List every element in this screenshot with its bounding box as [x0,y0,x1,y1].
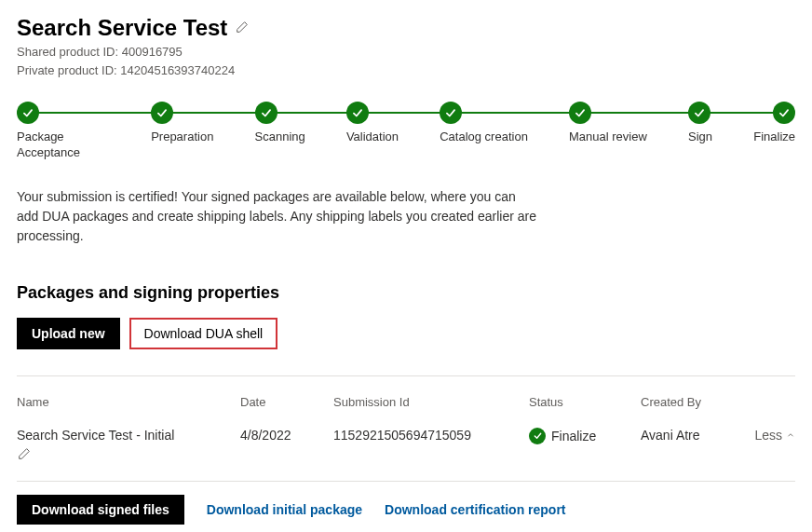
step-validation: Validation [346,102,399,161]
check-icon [346,102,369,124]
check-icon [17,102,39,124]
check-icon [529,428,546,444]
table-header-row: Name Date Submission Id Status Created B… [17,386,795,418]
check-icon [569,102,591,124]
row-expand-toggle[interactable]: Less [752,428,795,443]
edit-row-name-icon[interactable] [17,446,229,464]
header-created-by: Created By [641,395,752,409]
check-icon [151,102,173,124]
edit-title-icon[interactable] [235,20,250,37]
download-initial-package-link[interactable]: Download initial package [207,502,362,517]
download-certification-report-link[interactable]: Download certification report [385,502,565,517]
header-status: Status [529,395,641,409]
download-dua-shell-button[interactable]: Download DUA shell [129,318,278,349]
status-message: Your submission is certified! Your signe… [17,187,538,246]
header-name: Name [17,395,240,409]
shared-product-id: Shared product ID: 400916795 [17,43,795,61]
check-icon [255,102,277,124]
row-name: Search Service Test - Initial [17,428,229,443]
check-icon [688,102,710,124]
step-manual-review: Manual review [569,102,647,161]
progress-tracker: Package Acceptance Preparation Scanning … [17,102,795,161]
table-row: Search Service Test - Initial 4/8/2022 1… [17,418,795,473]
step-scanning: Scanning [255,102,305,161]
row-created-by: Avani Atre [641,428,752,443]
check-icon [440,102,462,124]
download-signed-files-button[interactable]: Download signed files [17,495,184,525]
private-product-id: Private product ID: 14204516393740224 [17,61,795,80]
header-submission: Submission Id [333,395,529,409]
step-catalog-creation: Catalog creation [440,102,528,161]
check-icon [773,102,795,124]
step-sign: Sign [688,102,712,161]
row-submission-id: 1152921505694715059 [333,428,529,443]
packages-table: Name Date Submission Id Status Created B… [17,375,795,525]
chevron-up-icon [786,428,795,443]
page-title: Search Service Test [17,15,227,41]
step-preparation: Preparation [151,102,213,161]
step-package-acceptance: Package Acceptance [17,102,110,161]
row-date: 4/8/2022 [240,428,333,443]
upload-new-button[interactable]: Upload new [17,318,120,349]
step-finalize: Finalize [753,102,795,161]
packages-section-title: Packages and signing properties [17,283,795,303]
header-date: Date [240,395,333,409]
status-badge: Finalize [529,428,596,444]
